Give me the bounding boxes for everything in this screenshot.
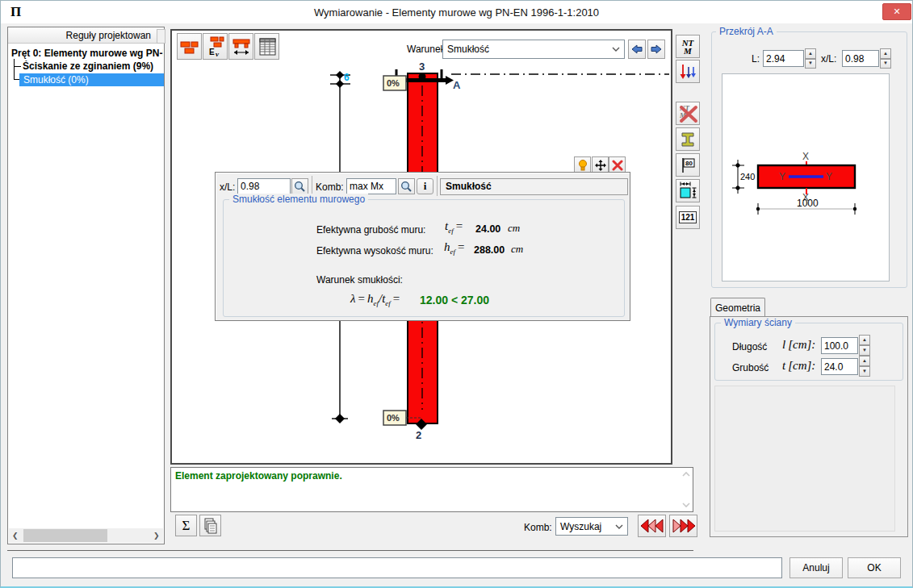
title-bar[interactable]: Π Wymiarowanie - Elementy murowe wg PN-E… [1,1,912,23]
warunek-combobox[interactable]: Smukłość [442,40,625,59]
spin-down-icon[interactable]: ▼ [859,366,870,377]
ntm-diagrams-button[interactable]: NT M [676,35,700,58]
spin-down-icon[interactable]: ▼ [880,59,891,69]
komb-combobox[interactable]: Wyszukaj [555,517,628,536]
dimensioned-section-icon [677,181,698,202]
xl-position-input[interactable] [842,50,879,67]
status-message: Element zaprojektowany poprawnie. [175,470,342,482]
row2-label: Efektywna wysokość muru: [316,245,433,256]
tree-item-compression[interactable]: Ściskanie ze zginaniem (9%) [23,60,163,72]
ok-button[interactable]: OK [848,557,901,578]
masonry-wall-button[interactable] [177,33,202,60]
slenderness-group-title: Smukłość elementu murowego [229,194,368,205]
close-button[interactable]: ✕ [882,3,911,20]
next-condition-button[interactable] [647,40,665,59]
header-splitter[interactable] [157,29,165,44]
overlay-xl-label: x/L: [220,181,235,193]
results-table-button[interactable] [254,33,279,60]
move-icon [594,159,607,172]
condition-label: Warunek smukłości: [316,274,403,286]
loads-button[interactable] [676,60,700,83]
xl-spinner[interactable]: ▲▼ [880,48,891,69]
next-comb-button[interactable] [669,515,697,537]
row1-unit: cm [508,222,520,235]
prev-comb-button[interactable] [638,515,666,537]
scroll-down-icon[interactable] [682,502,690,508]
spin-up-icon[interactable]: ▲ [805,48,816,59]
close-overlay-button[interactable] [609,156,626,173]
utilization-flag-button[interactable]: 80 [676,153,700,177]
length-row-label: Długość [732,341,767,352]
tree-item-root[interactable]: Pręt 0: Elementy murowe wg PN-EN [11,48,163,59]
row1-symbol: tef= [445,219,465,235]
cancel-label: Anuluj [802,562,829,573]
node-side-label: 6 [344,72,350,83]
section-view[interactable]: X Y Y X 240 1000 [722,73,890,281]
status-bar-input[interactable] [12,557,782,578]
masonry-modulus-button[interactable]: E v [203,33,228,60]
triple-arrow-left-icon [640,518,664,534]
ok-label: OK [867,562,881,573]
overlay-komb-input[interactable] [346,178,396,194]
thickness-row-label: Grubość [732,362,769,373]
spin-down-icon[interactable]: ▼ [859,345,870,356]
tree-item-slenderness[interactable]: Smukłość (0%) [19,73,164,86]
status-box[interactable]: Element zaprojektowany poprawnie. [170,467,693,512]
numbering-button[interactable]: 121 [676,206,700,229]
sum-button[interactable]: Σ [175,515,197,536]
spin-up-icon[interactable]: ▲ [859,335,870,345]
komb-search-button[interactable] [398,178,415,194]
wall-thickness-input[interactable] [821,358,858,375]
main-canvas[interactable]: 6 A 3 0% 0% [170,29,672,465]
move-panel-button[interactable] [592,156,609,173]
overlay-title-box: Smukłość [440,178,628,195]
i-beam-icon [678,130,697,149]
wall-thickness-spinner[interactable]: ▲▼ [859,356,870,377]
tree-hscrollbar[interactable]: ❮ ❯ [9,528,163,543]
scroll-left-icon[interactable]: ❮ [12,532,19,540]
dim-width-label: 1000 [797,198,819,209]
overlay-separator2 [437,176,438,196]
section-group-title: Przekrój A-A [716,26,777,37]
copy-button[interactable] [199,515,221,536]
arrow-left-icon [630,44,643,54]
lintel-button[interactable] [228,33,253,60]
rules-panel-header[interactable]: Reguły projektowan [8,27,164,44]
section-dims-button[interactable] [676,179,700,202]
section-drawing: X Y Y X 240 1000 [722,74,889,281]
result-overlay-panel[interactable]: x/L: Komb: i Smukłość [215,172,630,321]
prev-condition-button[interactable] [628,40,646,59]
overlay-komb-label: Komb: [316,181,344,193]
hint-button[interactable] [574,156,591,173]
xl-search-button[interactable] [291,178,308,194]
row2-symbol: hef= [444,240,467,256]
komb-value: Wyszukaj [560,521,601,532]
spin-up-icon[interactable]: ▲ [859,356,870,366]
warunek-value: Smukłość [447,44,489,55]
overlay-title: Smukłość [446,181,492,192]
scroll-up-icon[interactable] [682,471,690,477]
wall-length-input[interactable] [821,337,858,354]
ntm-off-button[interactable]: NTM [676,102,700,125]
wall-length-spinner[interactable]: ▲▼ [859,335,870,356]
length-input[interactable] [763,50,804,67]
tab-geometria[interactable]: Geometria [710,298,765,317]
magnifier-icon [400,181,413,193]
section-shape-button[interactable] [676,127,700,151]
lintel-icon [230,35,253,58]
info-icon: i [424,180,427,193]
cancel-button[interactable]: Anuluj [789,557,843,578]
load-arrows-icon [678,63,697,81]
scroll-right-icon[interactable]: ❯ [153,532,160,540]
overlay-xl-input[interactable] [237,178,291,194]
length-spinner[interactable]: ▲▼ [805,48,816,69]
spin-down-icon[interactable]: ▼ [805,59,816,69]
copy-icon [203,518,218,534]
scrollbar-thumb[interactable] [23,529,107,542]
info-button[interactable]: i [417,178,433,194]
geometria-empty-area [714,386,895,532]
utilization-tag-top: 0% [383,76,406,90]
axis-y-left: Y [779,171,785,182]
spin-up-icon[interactable]: ▲ [880,48,891,59]
triple-arrow-right-icon [672,518,696,534]
